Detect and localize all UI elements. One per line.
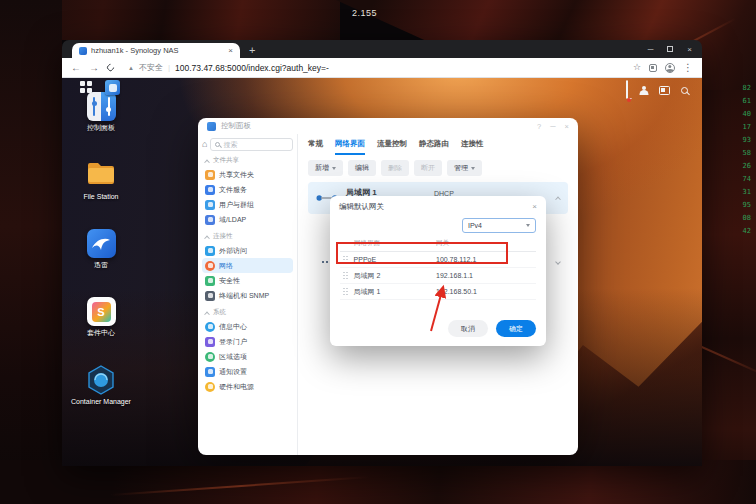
gateway-row-pppoe[interactable]: PPPoE 100.78.112.1 <box>340 252 536 268</box>
search-icon[interactable] <box>681 87 688 94</box>
not-secure-icon: ▲ <box>128 65 134 71</box>
caret-down-icon <box>471 167 475 170</box>
browser-tab[interactable]: hzhuan1k - Synology NAS × <box>72 43 240 58</box>
notifications-chat-icon[interactable] <box>626 81 628 99</box>
main-menu-icon[interactable] <box>80 81 94 95</box>
notification-icon <box>205 367 215 377</box>
sidebar-item-network[interactable]: 网络 <box>202 258 293 273</box>
file-station-folder-icon <box>86 160 116 190</box>
collapse-chevron-icon[interactable] <box>555 197 561 203</box>
home-icon[interactable]: ⌂ <box>202 140 207 149</box>
drag-handle-icon[interactable] <box>343 259 345 261</box>
tab-connectivity[interactable]: 连接性 <box>461 139 484 155</box>
shortcut-file-station[interactable]: File Station <box>67 160 135 201</box>
gateway-row-lan2[interactable]: 局域网 2 192.168.1.1 <box>340 268 536 284</box>
sidebar-item-login-portal[interactable]: 登录门户 <box>202 334 293 349</box>
sidebar-section-file-sharing[interactable]: 文件共享 <box>205 156 290 165</box>
browser-menu-icon[interactable]: ⋮ <box>683 63 693 73</box>
drag-handle-icon[interactable] <box>343 291 345 293</box>
forward-icon[interactable]: → <box>89 63 99 73</box>
disconnect-button[interactable]: 断开 <box>414 160 442 176</box>
file-services-icon <box>205 185 215 195</box>
url-text: 100.73.47.68:5000/index.cgi?auth_key=- <box>175 63 329 73</box>
sidebar-item-info-center[interactable]: 信息中心 <box>202 319 293 334</box>
window-minimize-button[interactable]: ─ <box>648 45 654 54</box>
control-panel-icon <box>87 92 116 121</box>
search-icon <box>215 142 220 147</box>
caret-down-icon <box>526 224 530 227</box>
back-icon[interactable]: ← <box>71 63 81 73</box>
desktop-shortcuts: 控制面板 File Station <box>67 92 135 406</box>
wallpaper-digits: 82 61 40 17 93 58 26 74 31 95 08 42 <box>743 82 751 238</box>
sidebar-item-terminal-snmp[interactable]: 终端机和 SNMP <box>202 288 293 303</box>
dialog-close-icon[interactable]: × <box>532 203 537 211</box>
sidebar-item-user-group[interactable]: 用户与群组 <box>202 197 293 212</box>
chevron-up-icon <box>204 159 210 165</box>
sidebar-item-file-services[interactable]: 文件服务 <box>202 182 293 197</box>
close-icon[interactable]: × <box>565 122 569 131</box>
sidebar-item-hardware-power[interactable]: 硬件和电源 <box>202 379 293 394</box>
pinned-app-icon[interactable] <box>105 80 120 95</box>
minimize-icon[interactable]: ─ <box>550 122 555 131</box>
dsm-tray <box>626 81 688 99</box>
security-shield-icon <box>205 276 215 286</box>
shortcut-thunder[interactable]: 迅雷 <box>67 229 135 269</box>
sidebar-section-connectivity[interactable]: 连接性 <box>205 232 290 241</box>
tab-general[interactable]: 常规 <box>308 139 323 155</box>
package-center-icon: S <box>87 297 116 326</box>
delete-button[interactable]: 删除 <box>381 160 409 176</box>
wallpaper-shard <box>0 460 756 504</box>
ip-version-dropdown[interactable]: IPv4 <box>462 218 536 233</box>
sidebar-item-domain-ldap[interactable]: 域/LDAP <box>202 212 293 227</box>
shortcut-container-manager[interactable]: Container Manager <box>67 365 135 406</box>
control-panel-sidebar: ⌂ 文件共享 共享文件夹 <box>198 134 298 455</box>
interface-toolbar: 新增 编辑 删除 断开 <box>308 160 568 176</box>
gateway-row-lan1[interactable]: 局域网 1 192.168.50.1 <box>340 284 536 300</box>
shortcut-package-center[interactable]: S 套件中心 <box>67 297 135 337</box>
url-field[interactable]: ▲ 不安全 | 100.73.47.68:5000/index.cgi?auth… <box>122 62 625 73</box>
dsm-desktop: 控制面板 File Station <box>62 78 702 466</box>
edit-button[interactable]: 编辑 <box>348 160 376 176</box>
expand-chevron-icon[interactable] <box>555 259 561 265</box>
sidebar-item-shared-folder[interactable]: 共享文件夹 <box>202 167 293 182</box>
notification-badge <box>627 98 631 102</box>
browser-address-bar: ← → ▲ 不安全 | 100.73.47.68:5000/index.cgi?… <box>62 58 702 78</box>
tab-close-icon[interactable]: × <box>228 47 233 55</box>
control-panel-titlebar[interactable]: 控制面板 ? ─ × <box>198 118 578 134</box>
dialog-title: 编辑默认网关 <box>339 202 384 212</box>
browser-window-controls: ─ × <box>648 40 692 58</box>
sidebar-section-system[interactable]: 系统 <box>205 308 290 317</box>
new-tab-button[interactable]: + <box>249 44 255 56</box>
sidebar-item-external-access[interactable]: 外部访问 <box>202 243 293 258</box>
drag-handle-icon[interactable] <box>343 275 345 277</box>
window-maximize-button[interactable] <box>667 46 673 52</box>
cancel-button[interactable]: 取消 <box>448 320 488 337</box>
browser-tab-strip: hzhuan1k - Synology NAS × + ─ × <box>62 40 702 58</box>
window-close-button[interactable]: × <box>687 45 692 54</box>
network-icon <box>205 261 215 271</box>
wallpaper-annotation: 2.155 <box>352 8 377 18</box>
help-icon[interactable]: ? <box>537 122 541 131</box>
hardware-power-icon <box>205 382 215 392</box>
sidebar-item-notification[interactable]: 通知设置 <box>202 364 293 379</box>
tab-network-interface[interactable]: 网络界面 <box>335 139 365 155</box>
extensions-icon[interactable] <box>649 64 657 72</box>
widgets-icon[interactable] <box>659 86 670 95</box>
manage-button[interactable]: 管理 <box>447 160 482 176</box>
sidebar-item-regional-options[interactable]: 区域选项 <box>202 349 293 364</box>
chevron-up-icon <box>204 235 210 241</box>
create-button[interactable]: 新增 <box>308 160 343 176</box>
thunder-bird-icon <box>87 229 116 258</box>
shortcut-control-panel[interactable]: 控制面板 <box>67 92 135 132</box>
chevron-up-icon <box>204 311 210 317</box>
user-account-icon[interactable] <box>639 86 648 95</box>
bookmark-star-icon[interactable]: ☆ <box>633 63 641 72</box>
sidebar-item-security[interactable]: 安全性 <box>202 273 293 288</box>
tab-traffic-control[interactable]: 流量控制 <box>377 139 407 155</box>
reload-icon[interactable] <box>106 63 116 73</box>
ok-button[interactable]: 确定 <box>496 320 536 337</box>
search-input[interactable] <box>223 141 288 148</box>
sidebar-search[interactable] <box>210 138 293 151</box>
profile-icon[interactable] <box>665 63 675 73</box>
tab-static-route[interactable]: 静态路由 <box>419 139 449 155</box>
